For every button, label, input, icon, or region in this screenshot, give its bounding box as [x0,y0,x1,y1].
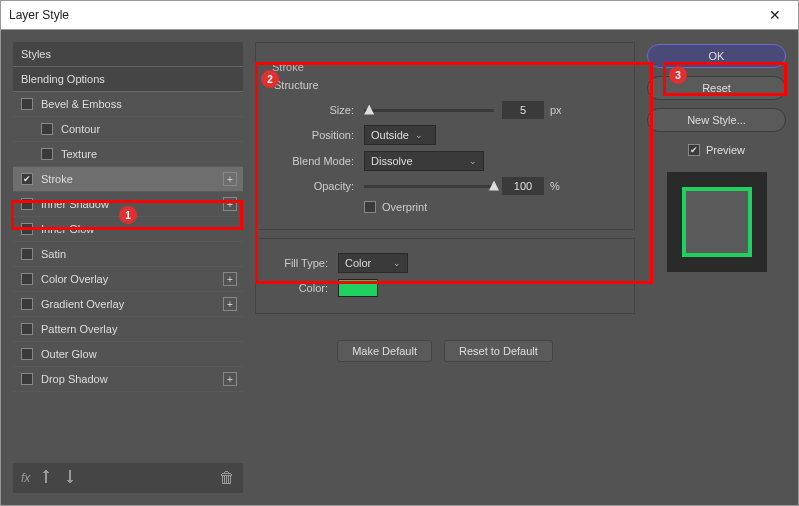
preview-row: Preview [647,144,786,156]
chevron-down-icon: ⌄ [469,156,477,166]
size-row: Size: px [268,101,622,119]
sidebar-satin[interactable]: Satin [13,242,243,267]
sidebar-contour[interactable]: Contour [13,117,243,142]
sidebar-gradient-overlay[interactable]: Gradient Overlay+ [13,292,243,317]
color-swatch[interactable] [338,279,378,297]
sidebar-bevel-emboss[interactable]: Bevel & Emboss [13,92,243,117]
label: Stroke [41,173,73,185]
stroke-section-title: Stroke [268,61,308,73]
reset-button[interactable]: Reset [647,76,786,100]
blendmode-row: Blend Mode: Dissolve⌄ [268,151,622,171]
label: Contour [61,123,100,135]
content: Styles Blending Options Bevel & Emboss C… [0,30,799,506]
position-label: Position: [268,129,354,141]
plus-icon[interactable]: + [223,172,237,186]
label: Pattern Overlay [41,323,117,335]
checkbox[interactable] [21,223,33,235]
color-label: Color: [268,282,328,294]
label: Inner Shadow [41,198,109,210]
structure-panel: Stroke Structure Size: px Position: Outs… [255,42,635,230]
size-slider[interactable] [364,109,494,112]
checkbox[interactable] [21,323,33,335]
right-panel: OK Reset New Style... Preview [647,42,786,493]
plus-icon[interactable]: + [223,272,237,286]
down-arrow-icon[interactable]: 🠗 [62,469,78,487]
sidebar-pattern-overlay[interactable]: Pattern Overlay [13,317,243,342]
make-default-button[interactable]: Make Default [337,340,432,362]
label: Gradient Overlay [41,298,124,310]
default-buttons: Make Default Reset to Default [255,340,635,362]
preview-checkbox[interactable] [688,144,700,156]
overprint-row: Overprint [364,201,622,213]
checkbox[interactable] [21,298,33,310]
plus-icon[interactable]: + [223,197,237,211]
filltype-select[interactable]: Color⌄ [338,253,408,273]
position-row: Position: Outside⌄ [268,125,622,145]
label: Drop Shadow [41,373,108,385]
window-title: Layer Style [9,8,69,22]
up-arrow-icon[interactable]: 🠕 [38,469,54,487]
sidebar-inner-glow[interactable]: Inner Glow [13,217,243,242]
size-input[interactable] [502,101,544,119]
label: Styles [21,48,51,60]
label: Blending Options [21,73,105,85]
value: Dissolve [371,155,413,167]
sidebar-outer-glow[interactable]: Outer Glow [13,342,243,367]
sidebar-stroke[interactable]: Stroke+ [13,167,243,192]
checkbox[interactable] [21,98,33,110]
overprint-checkbox[interactable] [364,201,376,213]
blendmode-select[interactable]: Dissolve⌄ [364,151,484,171]
checkbox[interactable] [41,123,53,135]
checkbox[interactable] [41,148,53,160]
checkbox[interactable] [21,248,33,260]
position-select[interactable]: Outside⌄ [364,125,436,145]
label: Texture [61,148,97,160]
sidebar-footer: fx 🠕 🠗 🗑 [13,463,243,493]
checkbox[interactable] [21,348,33,360]
fill-panel: Fill Type: Color⌄ Color: [255,238,635,314]
opacity-row: Opacity: % [268,177,622,195]
trash-icon[interactable]: 🗑 [219,469,235,487]
new-style-button[interactable]: New Style... [647,108,786,132]
opacity-slider[interactable] [364,185,494,188]
checkbox[interactable] [21,273,33,285]
sidebar-inner-shadow[interactable]: Inner Shadow+ [13,192,243,217]
plus-icon[interactable]: + [223,297,237,311]
value: Color [345,257,371,269]
checkbox[interactable] [21,198,33,210]
fx-icon[interactable]: fx [21,471,30,485]
label: Satin [41,248,66,260]
chevron-down-icon: ⌄ [415,130,423,140]
titlebar: Layer Style ✕ [0,0,799,30]
plus-icon[interactable]: + [223,372,237,386]
sidebar-styles[interactable]: Styles [13,42,243,67]
sidebar-texture[interactable]: Texture [13,142,243,167]
sidebar-blending-options[interactable]: Blending Options [13,67,243,92]
sidebar-drop-shadow[interactable]: Drop Shadow+ [13,367,243,392]
label: Outer Glow [41,348,97,360]
sidebar-color-overlay[interactable]: Color Overlay+ [13,267,243,292]
ok-button[interactable]: OK [647,44,786,68]
reset-default-button[interactable]: Reset to Default [444,340,553,362]
filltype-row: Fill Type: Color⌄ [268,253,622,273]
preview-label: Preview [706,144,745,156]
overprint-label: Overprint [382,201,427,213]
size-label: Size: [268,104,354,116]
checkbox[interactable] [21,173,33,185]
label: Color Overlay [41,273,108,285]
opacity-label: Opacity: [268,180,354,192]
label: Inner Glow [41,223,94,235]
checkbox[interactable] [21,373,33,385]
label: Bevel & Emboss [41,98,122,110]
close-icon[interactable]: ✕ [760,7,790,23]
structure-heading: Structure [274,79,622,91]
opacity-unit: % [550,180,560,192]
center-panel: Stroke Structure Size: px Position: Outs… [255,42,635,493]
preview-box [667,172,767,272]
opacity-input[interactable] [502,177,544,195]
color-row: Color: [268,279,622,297]
blendmode-label: Blend Mode: [268,155,354,167]
preview-inner [682,187,752,257]
styles-sidebar: Styles Blending Options Bevel & Emboss C… [13,42,243,493]
size-unit: px [550,104,562,116]
